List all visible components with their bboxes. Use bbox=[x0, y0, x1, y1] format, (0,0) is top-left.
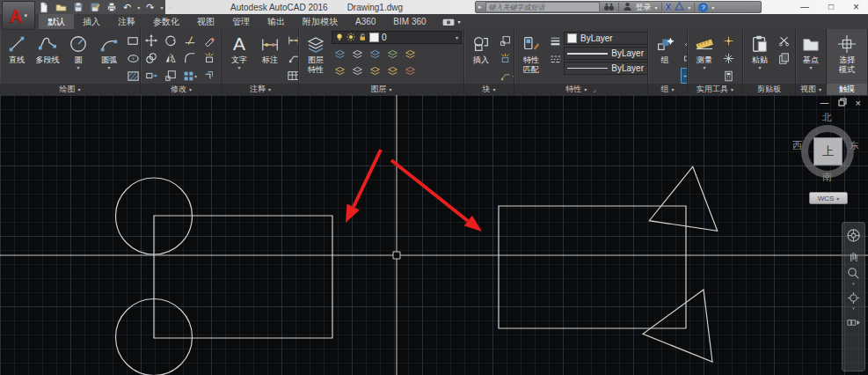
entity-triangle-top-right[interactable] bbox=[649, 166, 717, 231]
circle-button[interactable]: 圆 ▾ bbox=[63, 31, 93, 84]
signin-button[interactable]: 登录 bbox=[636, 2, 652, 13]
entity-rectangle-right[interactable] bbox=[499, 206, 686, 328]
linear-dimension-button[interactable] bbox=[286, 33, 298, 48]
object-color-dropdown[interactable]: ByLayer ▾ bbox=[564, 32, 647, 45]
hatch-button[interactable] bbox=[125, 68, 140, 84]
redo-icon[interactable]: ↷ bbox=[146, 3, 154, 12]
panel-annotate-label[interactable]: 注释▾ bbox=[222, 84, 298, 95]
copy-button[interactable] bbox=[142, 50, 160, 66]
rotate-button[interactable] bbox=[162, 33, 179, 48]
lineweight-settings-button[interactable] bbox=[547, 33, 563, 48]
search-icon[interactable] bbox=[603, 2, 615, 13]
edit-block-button[interactable] bbox=[497, 50, 513, 66]
match-properties-button[interactable]: 特性 匹配 bbox=[516, 31, 546, 84]
save-as-icon[interactable] bbox=[90, 2, 100, 12]
array-button[interactable]: ▾ bbox=[181, 68, 199, 84]
layer-unisolate-button[interactable] bbox=[349, 46, 365, 62]
scale-button[interactable] bbox=[162, 68, 179, 84]
orbit-caret-icon[interactable]: ▾ bbox=[852, 306, 855, 311]
layer-isolate-button[interactable] bbox=[332, 46, 347, 62]
layer-freeze-button[interactable] bbox=[367, 46, 383, 62]
viewport-restore-button[interactable] bbox=[838, 98, 847, 108]
ungroup-button[interactable] bbox=[681, 33, 687, 48]
quick-calculator-button[interactable] bbox=[720, 68, 736, 84]
viewport-minimize-button[interactable]: — bbox=[821, 99, 829, 107]
viewcube-west-label[interactable]: 西 bbox=[792, 139, 802, 152]
measure-button[interactable]: 测量 ▾ bbox=[689, 31, 719, 84]
tab-bim360[interactable]: BIM 360 bbox=[384, 14, 434, 29]
move-button[interactable] bbox=[142, 33, 160, 48]
panel-utilities-label[interactable]: 实用工具▾ bbox=[688, 84, 742, 95]
edit-attributes-button[interactable] bbox=[497, 68, 513, 84]
orbit-button[interactable] bbox=[847, 291, 860, 305]
show-motion-button[interactable] bbox=[847, 316, 860, 329]
entity-rectangle-left[interactable] bbox=[154, 216, 332, 338]
attributes-caret-icon[interactable]: ▾ bbox=[513, 73, 514, 79]
ellipse-button[interactable] bbox=[125, 50, 140, 66]
plot-icon[interactable] bbox=[106, 2, 117, 12]
minimize-button[interactable]: — bbox=[800, 3, 809, 11]
viewcube-top-face[interactable]: 上 bbox=[813, 137, 842, 165]
wcs-dropdown[interactable]: WCS ▾ bbox=[809, 192, 848, 204]
panel-layers-label[interactable]: 图层▾ bbox=[299, 84, 463, 95]
tab-view[interactable]: 视图 bbox=[188, 14, 223, 29]
leader-button[interactable] bbox=[286, 50, 298, 66]
tab-annotate[interactable]: 注释 bbox=[109, 14, 144, 29]
layer-match-button[interactable] bbox=[402, 46, 418, 62]
tab-output[interactable]: 输出 bbox=[259, 14, 294, 29]
viewcube-south-label[interactable]: 南 bbox=[822, 171, 832, 184]
panel-modify-label[interactable]: 修改▾ bbox=[141, 84, 222, 95]
group-selection-toggle[interactable] bbox=[681, 68, 687, 84]
panel-draw-label[interactable]: 绘图▾ bbox=[0, 84, 140, 95]
fillet-button[interactable] bbox=[181, 50, 199, 66]
line-button[interactable]: 直线 bbox=[2, 31, 32, 84]
erase-button[interactable] bbox=[201, 33, 218, 48]
tab-home[interactable]: 默认 bbox=[39, 14, 74, 29]
paste-button[interactable]: 粘贴 ▾ bbox=[745, 31, 775, 84]
qat-customize-icon[interactable]: ▾ bbox=[169, 4, 171, 11]
copy-clip-button[interactable] bbox=[776, 50, 791, 66]
help-icon[interactable]: ? bbox=[698, 3, 708, 12]
viewcube-north-label[interactable]: 北 bbox=[822, 111, 832, 124]
tab-a360[interactable]: A360 bbox=[346, 14, 384, 29]
group-edit-button[interactable] bbox=[681, 50, 687, 66]
insert-block-button[interactable]: 插入 bbox=[466, 31, 496, 84]
linetype-dropdown[interactable]: ByLayer ▾ bbox=[564, 62, 647, 75]
polyline-button[interactable]: 多段线 bbox=[33, 31, 62, 84]
mirror-button[interactable] bbox=[162, 50, 179, 66]
panel-block-label[interactable]: 块▾ bbox=[464, 84, 514, 95]
table-button[interactable] bbox=[286, 68, 298, 84]
panel-group-label[interactable]: 组▾ bbox=[648, 84, 687, 95]
layer-unlock-button[interactable] bbox=[384, 62, 400, 78]
panel-view-label[interactable]: 视图▾ bbox=[796, 84, 826, 95]
layer-select-dropdown[interactable]: 0 ▾ bbox=[332, 31, 462, 44]
dimension-button[interactable]: 标注 bbox=[255, 31, 285, 84]
infocenter-collapse-icon[interactable]: ▸ bbox=[478, 4, 482, 11]
help-caret-icon[interactable]: ▾ bbox=[711, 4, 714, 11]
pan-button[interactable] bbox=[847, 248, 860, 261]
lineweight-dropdown[interactable]: ByLayer ▾ bbox=[564, 47, 647, 60]
navigation-wheel-button[interactable] bbox=[846, 228, 861, 243]
layer-thaw-all-button[interactable] bbox=[367, 62, 383, 78]
layer-lock-button[interactable] bbox=[384, 46, 400, 62]
zoom-extents-button[interactable] bbox=[847, 267, 860, 280]
offset-button[interactable] bbox=[201, 68, 218, 84]
save-icon[interactable] bbox=[73, 2, 84, 12]
selection-mode-button[interactable]: 选择 模式 bbox=[832, 31, 862, 84]
search-input[interactable] bbox=[485, 2, 600, 12]
cut-button[interactable] bbox=[776, 33, 791, 48]
open-folder-icon[interactable] bbox=[55, 2, 67, 12]
exchange-apps-icon[interactable]: X bbox=[666, 3, 672, 12]
layer-off-button[interactable] bbox=[332, 62, 347, 78]
rectangle-button[interactable] bbox=[125, 33, 140, 48]
zoom-caret-icon[interactable]: ▾ bbox=[852, 282, 855, 286]
tab-insert[interactable]: 插入 bbox=[74, 14, 109, 29]
explode-button[interactable] bbox=[201, 50, 218, 66]
layer-turn-all-on-button[interactable] bbox=[349, 62, 365, 78]
properties-dialog-launcher-icon[interactable]: ⌟ bbox=[593, 86, 595, 93]
maximize-button[interactable]: □ bbox=[828, 3, 834, 11]
layer-previous-button[interactable] bbox=[402, 62, 418, 78]
new-file-icon[interactable] bbox=[39, 2, 49, 13]
entity-triangle-bottom-right[interactable] bbox=[643, 290, 712, 362]
a360-caret-icon[interactable]: ▾ bbox=[688, 4, 690, 11]
